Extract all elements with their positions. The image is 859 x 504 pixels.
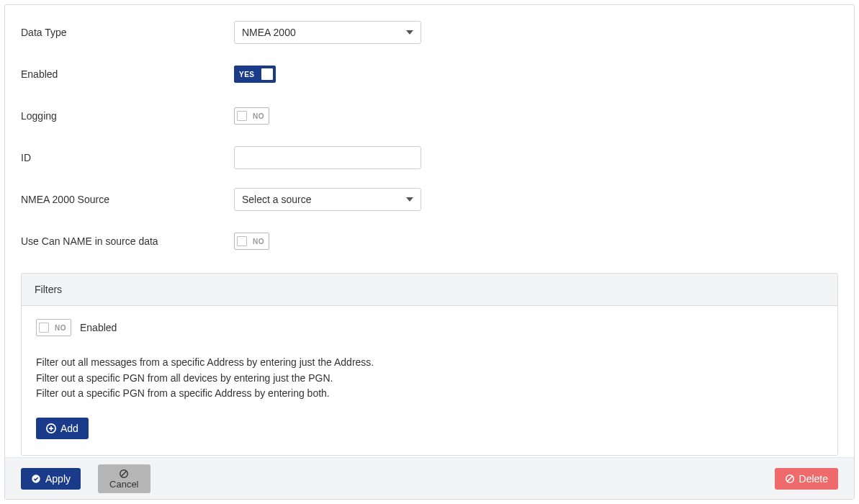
svg-line-5 [122, 471, 127, 476]
svg-line-7 [787, 476, 792, 481]
filters-help-line: Filter out all messages from a specific … [36, 355, 823, 371]
check-circle-icon [31, 474, 41, 484]
ban-icon [785, 474, 795, 484]
filters-help-line: Filter out a specific PGN from all devic… [36, 371, 823, 387]
config-panel: Data Type NMEA 2000 Enabled YES Logging [4, 4, 855, 500]
toggle-filters-enabled[interactable]: NO [36, 319, 71, 336]
row-filters-enabled: NO Enabled [36, 319, 823, 336]
toggle-use-can-name[interactable]: NO [234, 233, 269, 250]
toggle-knob [237, 236, 247, 246]
toggle-knob [261, 68, 273, 80]
apply-button[interactable]: Apply [21, 468, 81, 490]
ban-icon [119, 469, 129, 479]
filters-help-line: Filter out a specific PGN from a specifi… [36, 386, 823, 402]
label-nmea-source: NMEA 2000 Source [21, 194, 234, 205]
filters-panel: Filters NO Enabled Filter out all messag… [21, 273, 838, 456]
toggle-knob [39, 323, 49, 333]
select-data-type[interactable]: NMEA 2000 [234, 21, 421, 44]
footer-bar: Apply Cancel Delete [5, 457, 854, 499]
toggle-enabled[interactable]: YES [234, 66, 276, 83]
label-use-can-name: Use Can NAME in source data [21, 235, 234, 247]
select-nmea-source[interactable]: Select a source [234, 188, 421, 211]
cancel-label: Cancel [109, 480, 138, 489]
row-logging: Logging NO [21, 104, 838, 127]
label-id: ID [21, 152, 234, 163]
row-nmea-source: NMEA 2000 Source Select a source [21, 188, 838, 211]
row-data-type: Data Type NMEA 2000 [21, 21, 838, 44]
row-id: ID [21, 146, 838, 169]
form-area: Data Type NMEA 2000 Enabled YES Logging [5, 5, 854, 273]
delete-button[interactable]: Delete [775, 468, 838, 490]
label-logging: Logging [21, 110, 234, 122]
apply-label: Apply [45, 473, 71, 485]
plus-circle-icon [46, 423, 56, 433]
filters-help-text: Filter out all messages from a specific … [36, 355, 823, 402]
toggle-knob [237, 111, 247, 121]
label-filters-enabled: Enabled [80, 322, 117, 333]
toggle-logging[interactable]: NO [234, 107, 269, 125]
add-filter-label: Add [60, 423, 78, 434]
label-enabled: Enabled [21, 68, 234, 80]
delete-label: Delete [799, 473, 828, 485]
filters-body: NO Enabled Filter out all messages from … [22, 306, 837, 455]
row-use-can-name: Use Can NAME in source data NO [21, 230, 838, 253]
filters-header: Filters [22, 274, 837, 306]
input-id[interactable] [234, 146, 421, 169]
row-enabled: Enabled YES [21, 63, 838, 86]
label-data-type: Data Type [21, 27, 234, 38]
add-filter-button[interactable]: Add [36, 418, 89, 439]
cancel-button[interactable]: Cancel [98, 464, 150, 493]
